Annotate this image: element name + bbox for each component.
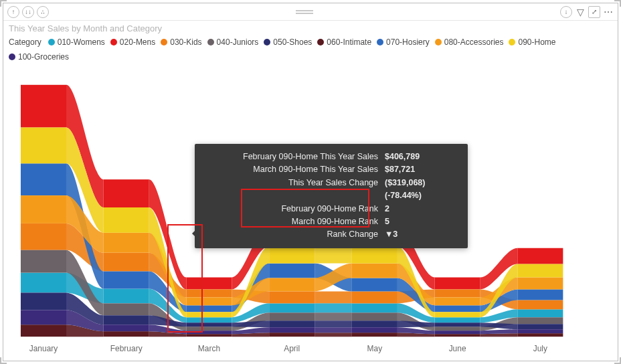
drill-down-icon[interactable]: ↓↓ xyxy=(22,6,34,18)
ribbon-bar-segment[interactable] xyxy=(435,289,480,297)
ribbon-bar-segment[interactable] xyxy=(269,291,315,303)
ribbon-bar-segment[interactable] xyxy=(517,289,563,300)
ribbon-bar-segment[interactable] xyxy=(186,297,232,305)
x-axis-label: January xyxy=(29,344,58,353)
ribbon-bar-segment[interactable] xyxy=(186,334,232,337)
legend-item-090[interactable]: 090-Home xyxy=(509,37,555,47)
ribbon-bar-segment[interactable] xyxy=(352,333,397,337)
more-options-icon[interactable]: ⋯ xyxy=(603,7,614,17)
ribbon-bar-segment[interactable] xyxy=(435,317,480,323)
ribbon-bar-segment[interactable] xyxy=(435,331,480,334)
ribbon-connector[interactable] xyxy=(315,303,352,312)
ribbon-connector[interactable] xyxy=(315,327,352,333)
ribbon-bar-segment[interactable] xyxy=(352,312,397,321)
drag-grip-icon[interactable] xyxy=(296,10,313,14)
ribbon-bar-segment[interactable] xyxy=(104,253,149,272)
ribbon-bar-segment[interactable] xyxy=(104,272,149,289)
tooltip-label: This Year Sales Change xyxy=(204,177,378,203)
ribbon-bar-segment[interactable] xyxy=(104,179,149,207)
ribbon-bar-segment[interactable] xyxy=(104,331,149,337)
legend-item-080[interactable]: 080-Accessories xyxy=(435,37,504,47)
legend-item-020[interactable]: 020-Mens xyxy=(110,37,155,47)
ribbon-bar-segment[interactable] xyxy=(435,278,480,290)
ribbon-bar-segment[interactable] xyxy=(21,273,66,293)
ribbon-bar-segment[interactable] xyxy=(186,317,232,323)
ribbon-bar-segment[interactable] xyxy=(186,289,232,297)
ribbon-bar-segment[interactable] xyxy=(352,246,397,264)
ribbon-bar-segment[interactable] xyxy=(104,315,149,325)
ribbon-bar-segment[interactable] xyxy=(517,317,563,324)
ribbon-bar-segment[interactable] xyxy=(269,246,315,264)
legend-item-060[interactable]: 060-Intimate xyxy=(317,37,371,47)
ribbon-bar-segment[interactable] xyxy=(104,207,149,233)
ribbon-bar-segment[interactable] xyxy=(186,331,232,334)
legend-item-070[interactable]: 070-Hosiery xyxy=(377,37,430,47)
ribbon-bar-segment[interactable] xyxy=(269,327,315,333)
ribbon-bar-segment[interactable] xyxy=(517,329,563,333)
ribbon-bar-segment[interactable] xyxy=(269,264,315,278)
ribbon-bar-segment[interactable] xyxy=(435,323,480,327)
ribbon-bar-segment[interactable] xyxy=(435,334,480,337)
ribbon-bar-segment[interactable] xyxy=(435,327,480,331)
ribbon-connector[interactable] xyxy=(315,321,352,327)
legend-item-030[interactable]: 030-Kids xyxy=(161,37,201,47)
ribbon-bar-segment[interactable] xyxy=(352,303,397,312)
focus-mode-icon[interactable]: ⤢ xyxy=(588,6,600,18)
ribbon-connector[interactable] xyxy=(315,333,352,337)
ribbon-bar-segment[interactable] xyxy=(21,250,66,273)
ribbon-connector[interactable] xyxy=(315,312,352,321)
legend-item-050[interactable]: 050-Shoes xyxy=(264,37,312,47)
ribbon-bar-segment[interactable] xyxy=(21,163,66,195)
ribbon-bar-segment[interactable] xyxy=(352,278,397,292)
ribbon-bar-segment[interactable] xyxy=(352,321,397,327)
ribbon-bar-segment[interactable] xyxy=(186,327,232,331)
ribbon-bar-segment[interactable] xyxy=(517,324,563,329)
expand-hierarchy-icon[interactable]: ⛬ xyxy=(37,6,49,18)
export-icon[interactable]: ↓ xyxy=(560,6,572,18)
ribbon-bar-segment[interactable] xyxy=(269,278,315,292)
ribbon-bar-segment[interactable] xyxy=(517,264,563,278)
legend-swatch xyxy=(509,39,515,46)
ribbon-bar-segment[interactable] xyxy=(269,312,315,321)
tooltip: February 090-Home This Year Sales$406,78… xyxy=(195,144,468,248)
ribbon-connector[interactable] xyxy=(315,246,352,264)
legend-item-040[interactable]: 040-Juniors xyxy=(207,37,259,47)
legend-swatch xyxy=(161,39,167,46)
ribbon-bar-segment[interactable] xyxy=(21,292,66,310)
ribbon-bar-segment[interactable] xyxy=(186,278,232,290)
ribbon-connector[interactable] xyxy=(315,291,352,303)
ribbon-bar-segment[interactable] xyxy=(517,333,563,337)
ribbon-bar-segment[interactable] xyxy=(517,309,563,317)
ribbon-bar-segment[interactable] xyxy=(186,305,232,312)
ribbon-bar-segment[interactable] xyxy=(186,323,232,327)
ribbon-bar-segment[interactable] xyxy=(435,312,480,317)
ribbon-bar-segment[interactable] xyxy=(352,291,397,303)
ribbon-bar-segment[interactable] xyxy=(186,312,232,317)
ribbon-bar-segment[interactable] xyxy=(517,300,563,309)
tooltip-value: ▼3 xyxy=(385,228,397,241)
ribbon-bar-segment[interactable] xyxy=(21,128,66,164)
ribbon-bar-segment[interactable] xyxy=(435,305,480,312)
ribbon-bar-segment[interactable] xyxy=(21,325,66,337)
ribbon-bar-segment[interactable] xyxy=(21,85,66,128)
x-axis-label: July xyxy=(533,344,547,353)
ribbon-bar-segment[interactable] xyxy=(269,303,315,312)
ribbon-bar-segment[interactable] xyxy=(517,248,563,264)
ribbon-bar-segment[interactable] xyxy=(21,310,66,325)
ribbon-bar-segment[interactable] xyxy=(517,278,563,290)
ribbon-bar-segment[interactable] xyxy=(104,303,149,315)
filter-icon[interactable]: ▽ xyxy=(575,7,586,17)
tooltip-label: March 090-Home This Year Sales xyxy=(204,163,378,176)
drill-up-icon[interactable]: ↑ xyxy=(7,6,19,18)
ribbon-bar-segment[interactable] xyxy=(21,195,66,223)
ribbon-bar-segment[interactable] xyxy=(352,327,397,333)
ribbon-bar-segment[interactable] xyxy=(352,264,397,278)
ribbon-bar-segment[interactable] xyxy=(269,321,315,327)
ribbon-bar-segment[interactable] xyxy=(104,288,149,303)
ribbon-bar-segment[interactable] xyxy=(104,233,149,253)
ribbon-bar-segment[interactable] xyxy=(21,223,66,250)
legend-item-010[interactable]: 010-Womens xyxy=(48,37,105,47)
ribbon-bar-segment[interactable] xyxy=(104,325,149,331)
ribbon-bar-segment[interactable] xyxy=(435,297,480,305)
ribbon-bar-segment[interactable] xyxy=(269,333,315,337)
